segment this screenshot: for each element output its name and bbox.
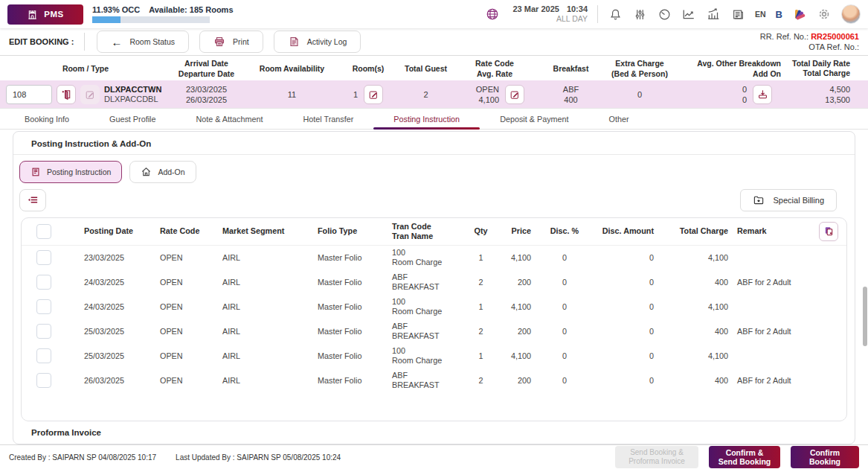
topbar-divider bbox=[597, 5, 598, 23]
page-scrollbar-thumb[interactable] bbox=[863, 287, 867, 346]
view-toggles: Posting Instruction Add-On bbox=[13, 155, 855, 183]
posting-date-cell: 24/03/2025 bbox=[66, 302, 148, 312]
tab-guest-profile[interactable]: Guest Profile bbox=[89, 109, 176, 129]
add-breakdown-button[interactable] bbox=[753, 85, 772, 104]
market-segment-cell: AIRL bbox=[215, 302, 312, 312]
total-charge-cell: 400 bbox=[654, 376, 728, 386]
logo-label: PMS bbox=[44, 10, 64, 19]
print-button[interactable]: Print bbox=[199, 31, 263, 53]
user-avatar[interactable] bbox=[841, 4, 861, 24]
activity-log-button[interactable]: Activity Log bbox=[274, 31, 361, 53]
occupancy-progressbar bbox=[92, 16, 210, 23]
shift-label: ALL DAY bbox=[512, 14, 588, 24]
instruction-list-button[interactable] bbox=[19, 189, 46, 211]
market-segment-cell: AIRL bbox=[215, 376, 312, 386]
posting-table-row: 25/03/2025 OPEN AIRL Master Folio ABF BR… bbox=[22, 319, 846, 344]
tab-hotel-transfer[interactable]: Hotel Transfer bbox=[283, 109, 373, 129]
created-by: Created By : SAIPARN SP 04/08/2025 10:17 bbox=[9, 453, 156, 462]
confirm-send-booking-button[interactable]: Confirm & Send Booking bbox=[709, 446, 780, 468]
posting-date-cell: 25/03/2025 bbox=[66, 327, 148, 336]
row-checkbox[interactable] bbox=[36, 348, 51, 363]
select-all-checkbox[interactable] bbox=[36, 224, 51, 239]
room-availability-cell: 11 bbox=[242, 89, 342, 100]
edit-rooms-button[interactable] bbox=[364, 85, 383, 104]
reference-numbers: RR. Ref. No.: RR25000061 OTA Ref. No.: bbox=[760, 31, 859, 52]
footer-bar: Created By : SAIPARN SP 04/08/2025 10:17… bbox=[0, 444, 868, 469]
tuner-icon[interactable] bbox=[632, 7, 647, 22]
posting-table-row: 26/03/2025 OPEN AIRL Master Folio ABF BR… bbox=[22, 368, 846, 393]
globe-icon[interactable] bbox=[485, 7, 500, 22]
total-charge-cell: 400 bbox=[654, 278, 728, 287]
folio-type-cell: Master Folio bbox=[312, 351, 386, 361]
header-folio-type: Folio Type bbox=[312, 226, 386, 236]
add-on-toggle[interactable]: Add-On bbox=[129, 161, 196, 183]
occupancy-summary: 11.93% OCC Available: 185 Rooms bbox=[92, 5, 211, 23]
header-extra-charge: Extra Charge(Bed & Person) bbox=[610, 58, 669, 79]
tab-other[interactable]: Other bbox=[589, 109, 649, 129]
header-qty: Qty bbox=[464, 226, 498, 236]
gauge-icon[interactable] bbox=[657, 7, 672, 22]
qty-cell: 1 bbox=[464, 302, 498, 312]
row-checkbox[interactable] bbox=[36, 275, 51, 290]
qty-cell: 1 bbox=[464, 351, 498, 361]
special-billing-button[interactable]: Special Billing bbox=[740, 189, 837, 211]
header-room-type: Room / Type bbox=[0, 63, 171, 74]
tab-posting-instruction[interactable]: Posting Instruction bbox=[373, 109, 480, 129]
notifications-bell-icon[interactable] bbox=[608, 7, 623, 22]
folio-type-cell: Master Folio bbox=[312, 302, 386, 312]
row-checkbox[interactable] bbox=[36, 299, 51, 314]
posting-instruction-toggle[interactable]: Posting Instruction bbox=[19, 161, 122, 183]
line-chart-icon[interactable] bbox=[681, 7, 696, 22]
printer-icon bbox=[213, 36, 225, 48]
language-selector[interactable]: EN bbox=[755, 10, 766, 19]
header-total-daily-rate: Total Daily RateTotal Charge bbox=[781, 59, 868, 78]
header-remark: Remark bbox=[728, 226, 811, 236]
settings-gear-icon[interactable] bbox=[817, 7, 832, 22]
price-cell: 4,100 bbox=[498, 302, 531, 312]
edit-rate-button[interactable] bbox=[505, 85, 524, 104]
price-cell: 200 bbox=[498, 327, 531, 336]
row-checkbox[interactable] bbox=[36, 373, 51, 388]
disc-pct-cell: 0 bbox=[531, 302, 598, 312]
room-number-input[interactable] bbox=[6, 85, 52, 104]
pms-logo[interactable]: PMS bbox=[7, 4, 83, 25]
copy-rows-button[interactable] bbox=[819, 222, 838, 241]
remark-cell: ABF for 2 Adult bbox=[728, 376, 811, 386]
currency-b-selector[interactable]: B bbox=[776, 9, 782, 20]
booking-detail-tabs: Booking Info Guest Profile Note & Attach… bbox=[0, 109, 868, 130]
row-checkbox[interactable] bbox=[36, 324, 51, 339]
posting-date-cell: 25/03/2025 bbox=[66, 351, 148, 361]
news-icon[interactable] bbox=[730, 7, 745, 22]
back-arrow-icon: ← bbox=[111, 36, 122, 48]
disc-amount-cell: 0 bbox=[598, 278, 654, 287]
bar-chart-icon[interactable] bbox=[706, 7, 721, 22]
total-charge-cell: 400 bbox=[654, 327, 728, 336]
change-room-button[interactable] bbox=[57, 85, 76, 104]
theme-palette-icon[interactable] bbox=[792, 7, 807, 22]
header-breakfast: Breakfast bbox=[532, 63, 610, 74]
breakfast-cell: ABF400 bbox=[532, 84, 610, 105]
disc-amount-cell: 0 bbox=[598, 302, 654, 312]
copy-icon bbox=[823, 226, 835, 237]
tab-note-attachment[interactable]: Note & Attachment bbox=[176, 109, 283, 129]
house-icon bbox=[141, 166, 152, 177]
disc-pct-cell: 0 bbox=[531, 253, 598, 263]
posting-instruction-icon bbox=[30, 167, 41, 177]
tab-booking-info[interactable]: Booking Info bbox=[4, 109, 89, 129]
tran-code-name-cell: 100 Room Charge bbox=[386, 248, 464, 267]
folio-type-cell: Master Folio bbox=[312, 278, 386, 287]
posting-instruction-table: Posting Date Rate Code Market Segment Fo… bbox=[21, 217, 847, 421]
header-market-segment: Market Segment bbox=[215, 226, 312, 236]
special-billing-folder-icon bbox=[753, 194, 765, 205]
header-rate-code: Rate CodeAvg. Rate bbox=[457, 58, 532, 79]
posting-date-cell: 23/03/2025 bbox=[66, 253, 148, 263]
confirm-booking-button[interactable]: Confirm Booking bbox=[791, 446, 859, 468]
tab-deposit-payment[interactable]: Deposit & Payment bbox=[480, 109, 588, 129]
room-cell: DLXPACCTWN DLXPACCDBL bbox=[0, 85, 171, 104]
total-guest-cell: 2 bbox=[394, 89, 457, 100]
qty-cell: 2 bbox=[464, 278, 498, 287]
tran-code-name-cell: 100 Room Charge bbox=[386, 346, 464, 366]
room-status-button[interactable]: ← Room Status bbox=[97, 31, 189, 53]
posting-instruction-panel: Posting Instruction & Add-On Posting Ins… bbox=[13, 131, 855, 444]
row-checkbox[interactable] bbox=[36, 250, 51, 265]
